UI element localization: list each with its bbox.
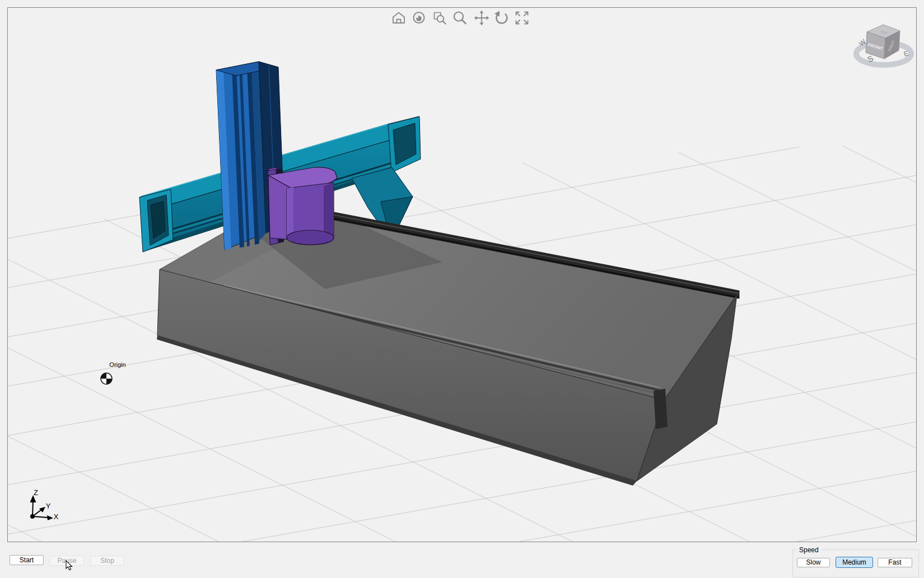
fit-to-view-button[interactable] (516, 12, 528, 24)
speed-medium-button[interactable]: Medium (836, 557, 873, 568)
speed-slow-button[interactable]: Slow (797, 558, 830, 567)
rotate-button[interactable] (494, 11, 507, 24)
zoom-button[interactable] (454, 12, 466, 24)
scene-canvas: Origin (8, 8, 916, 542)
transport-pause-button[interactable]: Pause (50, 556, 84, 566)
viewport-toolbar (393, 11, 528, 26)
axis-y-label: Y (46, 502, 51, 510)
spindle-cylinder (287, 183, 334, 245)
pan-button[interactable] (474, 11, 489, 26)
home-button[interactable] (393, 13, 404, 24)
base-right-slot (654, 389, 668, 429)
machine-base[interactable] (157, 208, 739, 486)
3d-viewport[interactable]: Origin (7, 7, 917, 542)
origin-marker: Origin (101, 361, 126, 384)
transport-start-button[interactable]: Start (10, 555, 44, 565)
view-orbit-button[interactable] (414, 12, 424, 23)
tool-carriage[interactable] (268, 167, 337, 245)
origin-label: Origin (109, 361, 125, 368)
application-window: Origin (0, 0, 924, 578)
beam-right-end-cap (388, 116, 421, 173)
axis-z-label: Z (34, 488, 38, 497)
zoom-window-button[interactable] (435, 13, 446, 24)
axis-x-label: X (54, 512, 59, 521)
view-cube[interactable]: W S E TOP FRONT RIGHT (856, 25, 911, 65)
transport-stop-button[interactable]: Stop (90, 556, 124, 566)
axis-triad: Z Y X (30, 488, 59, 521)
speed-fast-button[interactable]: Fast (878, 558, 912, 567)
speed-group-label: Speed (797, 546, 821, 554)
